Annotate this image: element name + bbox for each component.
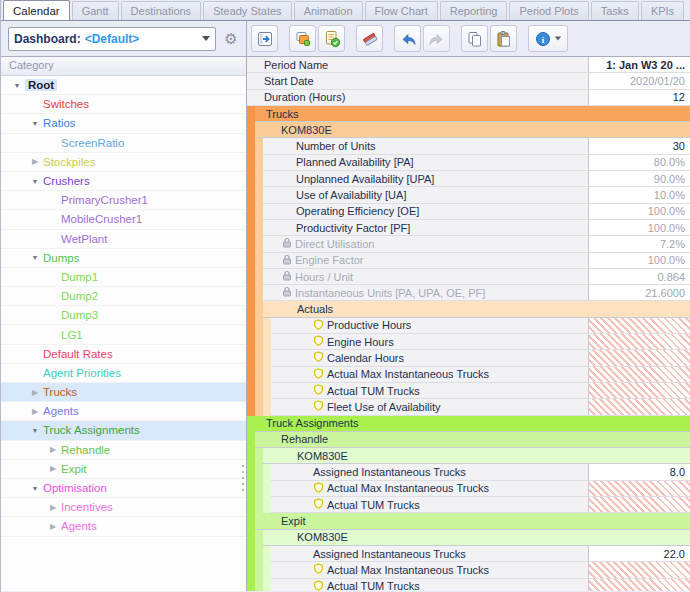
- row-value-cell[interactable]: 12: [588, 90, 690, 106]
- grid-section-truck-assignments[interactable]: Truck Assignments: [247, 416, 690, 432]
- expand-arrow-icon[interactable]: ▼: [27, 485, 43, 492]
- grid-section-rehandle[interactable]: Rehandle: [247, 432, 690, 448]
- row-value-cell[interactable]: 2020/01/20: [588, 73, 690, 89]
- row-value-cell[interactable]: 0.864: [588, 269, 690, 285]
- grid-row-assigned-instantaneous-trucks[interactable]: Assigned Instantaneous Trucks8.0: [247, 464, 690, 480]
- row-value-cell[interactable]: [588, 481, 690, 497]
- tree-item-default-rates[interactable]: Default Rates: [1, 345, 246, 364]
- row-value-cell[interactable]: [588, 383, 690, 399]
- tree-item-agent-priorities[interactable]: Agent Priorities: [1, 364, 246, 383]
- tab-destinations[interactable]: Destinations: [121, 1, 202, 20]
- grid-row-actual-max-instantaneous-trucks[interactable]: Actual Max Instantaneous Trucks: [247, 481, 690, 497]
- row-label-cell[interactable]: Engine Hours: [271, 334, 588, 350]
- expand-arrow-icon[interactable]: ▶: [27, 407, 43, 416]
- apply-check-button[interactable]: [318, 25, 345, 52]
- row-label-cell[interactable]: Hours / Unit: [263, 269, 588, 285]
- tab-steady-states[interactable]: Steady States: [203, 1, 292, 20]
- row-label-cell[interactable]: Assigned Instantaneous Trucks: [271, 464, 588, 480]
- tree-item-trucks[interactable]: ▶ Trucks: [1, 383, 246, 402]
- tab-kpis[interactable]: KPIs: [641, 1, 684, 20]
- grid-row-instantaneous-units-pa-upa-oe-pf-[interactable]: Instantaneous Units [PA, UPA, OE, PF]21.…: [247, 285, 690, 301]
- grid-row-productive-hours[interactable]: Productive Hours: [247, 318, 690, 334]
- expand-arrow-icon[interactable]: ▶: [45, 464, 61, 473]
- grid-row-duration-hours-[interactable]: Duration (Hours)12: [247, 90, 690, 106]
- grid-row-engine-hours[interactable]: Engine Hours: [247, 334, 690, 350]
- grid-row-actual-tum-trucks[interactable]: Actual TUM Trucks: [247, 497, 690, 513]
- grid-row-use-of-availability-ua-[interactable]: Use of Availability [UA]10.0%: [247, 187, 690, 203]
- row-value-cell[interactable]: 22.0: [588, 546, 690, 562]
- expand-arrow-icon[interactable]: ▼: [27, 120, 43, 127]
- grid-section-kom830e[interactable]: KOM830E: [247, 530, 690, 546]
- row-value-cell[interactable]: 100.0%: [588, 220, 690, 236]
- grid-row-assigned-instantaneous-trucks[interactable]: Assigned Instantaneous Trucks22.0: [247, 546, 690, 562]
- row-value-cell[interactable]: 90.0%: [588, 171, 690, 187]
- grid-row-start-date[interactable]: Start Date2020/01/20: [247, 73, 690, 89]
- grid-row-unplanned-availability-upa-[interactable]: Unplanned Availability [UPA]90.0%: [247, 171, 690, 187]
- expand-arrow-icon[interactable]: ▶: [45, 445, 61, 454]
- row-value-cell[interactable]: [588, 334, 690, 350]
- tab-period-plots[interactable]: Period Plots: [509, 1, 588, 20]
- expand-arrow-icon[interactable]: ▼: [9, 82, 25, 89]
- copy-button[interactable]: [461, 25, 488, 52]
- navigate-panel-button[interactable]: [251, 25, 278, 52]
- tree-item-primarycrusher1[interactable]: PrimaryCrusher1: [1, 191, 246, 210]
- tab-reporting[interactable]: Reporting: [440, 1, 508, 20]
- row-value-cell[interactable]: 8.0: [588, 464, 690, 480]
- panel-splitter[interactable]: [241, 461, 245, 495]
- row-value-cell[interactable]: [588, 497, 690, 513]
- tree-item-agents[interactable]: ▶ Agents: [1, 402, 246, 421]
- row-value-cell[interactable]: 100.0%: [588, 204, 690, 220]
- gear-icon[interactable]: ⚙: [220, 28, 242, 50]
- tree-item-dumps[interactable]: ▼ Dumps: [1, 249, 246, 268]
- tree-item-mobilecrusher1[interactable]: MobileCrusher1: [1, 210, 246, 229]
- row-value-cell[interactable]: 80.0%: [588, 155, 690, 171]
- row-label-cell[interactable]: Actual TUM Trucks: [271, 383, 588, 399]
- expand-arrow-icon[interactable]: ▶: [27, 157, 43, 166]
- tree-item-stockpiles[interactable]: ▶ Stockpiles: [1, 153, 246, 172]
- row-label-cell[interactable]: Instantaneous Units [PA, UPA, OE, PF]: [263, 285, 588, 301]
- tree-item-lg1[interactable]: LG1: [1, 325, 246, 344]
- row-label-cell[interactable]: Actual Max Instantaneous Trucks: [271, 481, 588, 497]
- row-label-cell[interactable]: Duration (Hours): [247, 90, 588, 106]
- grid-row-fleet-use-of-availability[interactable]: Fleet Use of Availability: [247, 399, 690, 415]
- tree-item-optimisation[interactable]: ▼ Optimisation: [1, 479, 246, 498]
- row-label-cell[interactable]: Actual Max Instantaneous Trucks: [271, 367, 588, 383]
- row-label-cell[interactable]: Fleet Use of Availability: [271, 399, 588, 415]
- row-value-cell[interactable]: 100.0%: [588, 253, 690, 269]
- tree-item-incentives[interactable]: ▶ Incentives: [1, 498, 246, 517]
- row-label-cell[interactable]: Use of Availability [UA]: [263, 187, 588, 203]
- grid-row-engine-factor[interactable]: Engine Factor100.0%: [247, 253, 690, 269]
- redo-button[interactable]: [423, 25, 450, 52]
- tree-item-agents[interactable]: ▶ Agents: [1, 517, 246, 536]
- grid-row-actual-tum-trucks[interactable]: Actual TUM Trucks: [247, 383, 690, 399]
- row-label-cell[interactable]: Assigned Instantaneous Trucks: [271, 546, 588, 562]
- row-value-cell[interactable]: 7.2%: [588, 236, 690, 252]
- copy-dashboard-button[interactable]: [289, 25, 316, 52]
- grid-section-kom830e[interactable]: KOM830E: [247, 448, 690, 464]
- row-value-cell[interactable]: [588, 367, 690, 383]
- tree-item-wetplant[interactable]: WetPlant: [1, 230, 246, 249]
- row-value-cell[interactable]: [588, 318, 690, 334]
- row-value-cell[interactable]: [588, 562, 690, 578]
- tree-item-rehandle[interactable]: ▶ Rehandle: [1, 441, 246, 460]
- row-label-cell[interactable]: Start Date: [247, 73, 588, 89]
- tree-item-dump3[interactable]: Dump3: [1, 306, 246, 325]
- row-label-cell[interactable]: Operating Efficiency [OE]: [263, 204, 588, 220]
- tree-item-ratios[interactable]: ▼ Ratios: [1, 114, 246, 133]
- grid-row-number-of-units[interactable]: Number of Units30: [247, 138, 690, 154]
- tree-item-truck-assignments[interactable]: ▼ Truck Assignments: [1, 421, 246, 440]
- tree-item-crushers[interactable]: ▼ Crushers: [1, 172, 246, 191]
- row-label-cell[interactable]: Planned Availability [PA]: [263, 155, 588, 171]
- tree-item-root[interactable]: ▼ Root: [1, 76, 246, 95]
- expand-arrow-icon[interactable]: ▼: [27, 427, 43, 434]
- expand-arrow-icon[interactable]: ▼: [27, 178, 43, 185]
- tab-gantt[interactable]: Gantt: [72, 1, 119, 20]
- row-value-cell[interactable]: 1: Jan W3 20 ...: [588, 57, 690, 73]
- row-value-cell[interactable]: [588, 579, 690, 592]
- row-value-cell[interactable]: [588, 350, 690, 366]
- row-label-cell[interactable]: Calendar Hours: [271, 350, 588, 366]
- grid-row-planned-availability-pa-[interactable]: Planned Availability [PA]80.0%: [247, 155, 690, 171]
- row-value-cell[interactable]: [588, 399, 690, 415]
- row-label-cell[interactable]: Period Name: [247, 57, 588, 73]
- row-label-cell[interactable]: Engine Factor: [263, 253, 588, 269]
